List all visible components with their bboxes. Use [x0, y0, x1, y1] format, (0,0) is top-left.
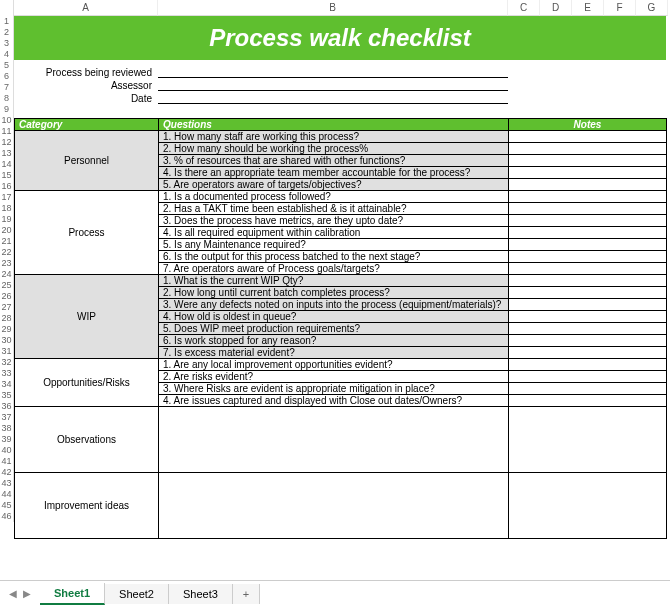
- meta-date-input[interactable]: [158, 93, 508, 104]
- nav-next-icon[interactable]: ▶: [20, 587, 34, 601]
- row-header-46[interactable]: 46: [0, 511, 14, 522]
- row-header-45[interactable]: 45: [0, 500, 14, 511]
- row-header-15[interactable]: 15: [0, 170, 14, 181]
- row-header-22[interactable]: 22: [0, 247, 14, 258]
- row-header-11[interactable]: 11: [0, 126, 14, 137]
- question-cell[interactable]: 4. How old is oldest in queue?: [159, 311, 509, 323]
- notes-cell[interactable]: [509, 263, 667, 275]
- question-cell[interactable]: 3. Were any defects noted on inputs into…: [159, 299, 509, 311]
- row-header-13[interactable]: 13: [0, 148, 14, 159]
- col-header-A[interactable]: A: [14, 0, 158, 16]
- notes-cell[interactable]: [509, 395, 667, 407]
- question-cell[interactable]: 3. % of resources that are shared with o…: [159, 155, 509, 167]
- notes-cell[interactable]: [509, 407, 667, 473]
- row-header-19[interactable]: 19: [0, 214, 14, 225]
- row-header-8[interactable]: 8: [0, 93, 14, 104]
- row-header-26[interactable]: 26: [0, 291, 14, 302]
- tab-sheet3[interactable]: Sheet3: [169, 584, 233, 604]
- question-cell[interactable]: 5. Is any Maintenance required?: [159, 239, 509, 251]
- col-header-B[interactable]: B: [158, 0, 508, 16]
- notes-cell[interactable]: [509, 215, 667, 227]
- question-cell[interactable]: [159, 407, 509, 473]
- row-header-17[interactable]: 17: [0, 192, 14, 203]
- question-cell[interactable]: 2. How long until current batch complete…: [159, 287, 509, 299]
- row-header-39[interactable]: 39: [0, 434, 14, 445]
- row-header-29[interactable]: 29: [0, 324, 14, 335]
- row-header-10[interactable]: 10: [0, 115, 14, 126]
- row-header-5[interactable]: 5: [0, 60, 14, 71]
- question-cell[interactable]: 1. Is a documented process followed?: [159, 191, 509, 203]
- notes-cell[interactable]: [509, 143, 667, 155]
- question-cell[interactable]: [159, 473, 509, 539]
- question-cell[interactable]: 1. Are any local improvement opportuniti…: [159, 359, 509, 371]
- row-header-40[interactable]: 40: [0, 445, 14, 456]
- row-header-6[interactable]: 6: [0, 71, 14, 82]
- question-cell[interactable]: 5. Are operators aware of targets/object…: [159, 179, 509, 191]
- row-header-41[interactable]: 41: [0, 456, 14, 467]
- question-cell[interactable]: 2. Has a TAKT time been established & is…: [159, 203, 509, 215]
- notes-cell[interactable]: [509, 131, 667, 143]
- notes-cell[interactable]: [509, 473, 667, 539]
- meta-assessor-input[interactable]: [158, 80, 508, 91]
- col-header-F[interactable]: F: [604, 0, 636, 16]
- row-header-20[interactable]: 20: [0, 225, 14, 236]
- row-header-24[interactable]: 24: [0, 269, 14, 280]
- row-header-27[interactable]: 27: [0, 302, 14, 313]
- notes-cell[interactable]: [509, 155, 667, 167]
- notes-cell[interactable]: [509, 251, 667, 263]
- question-cell[interactable]: 7. Is excess material evident?: [159, 347, 509, 359]
- col-header-D[interactable]: D: [540, 0, 572, 16]
- meta-process-input[interactable]: [158, 67, 508, 78]
- question-cell[interactable]: 4. Are issues captured and displayed wit…: [159, 395, 509, 407]
- row-header-34[interactable]: 34: [0, 379, 14, 390]
- row-header-1[interactable]: 1: [0, 16, 14, 27]
- question-cell[interactable]: 1. How many staff are working this proce…: [159, 131, 509, 143]
- notes-cell[interactable]: [509, 203, 667, 215]
- notes-cell[interactable]: [509, 311, 667, 323]
- question-cell[interactable]: 5. Does WIP meet production requirements…: [159, 323, 509, 335]
- row-header-37[interactable]: 37: [0, 412, 14, 423]
- row-header-7[interactable]: 7: [0, 82, 14, 93]
- row-header-38[interactable]: 38: [0, 423, 14, 434]
- row-header-30[interactable]: 30: [0, 335, 14, 346]
- col-header-G[interactable]: G: [636, 0, 668, 16]
- notes-cell[interactable]: [509, 323, 667, 335]
- notes-cell[interactable]: [509, 179, 667, 191]
- question-cell[interactable]: 6. Is the output for this process batche…: [159, 251, 509, 263]
- question-cell[interactable]: 4. Is all required equipment within cali…: [159, 227, 509, 239]
- question-cell[interactable]: 4. Is there an appropriate team member a…: [159, 167, 509, 179]
- row-header-21[interactable]: 21: [0, 236, 14, 247]
- row-header-43[interactable]: 43: [0, 478, 14, 489]
- notes-cell[interactable]: [509, 347, 667, 359]
- notes-cell[interactable]: [509, 371, 667, 383]
- row-header-35[interactable]: 35: [0, 390, 14, 401]
- notes-cell[interactable]: [509, 239, 667, 251]
- row-header-3[interactable]: 3: [0, 38, 14, 49]
- notes-cell[interactable]: [509, 275, 667, 287]
- nav-prev-icon[interactable]: ◀: [6, 587, 20, 601]
- row-header-36[interactable]: 36: [0, 401, 14, 412]
- row-header-18[interactable]: 18: [0, 203, 14, 214]
- row-header-9[interactable]: 9: [0, 104, 14, 115]
- notes-cell[interactable]: [509, 167, 667, 179]
- row-header-25[interactable]: 25: [0, 280, 14, 291]
- row-header-14[interactable]: 14: [0, 159, 14, 170]
- notes-cell[interactable]: [509, 287, 667, 299]
- question-cell[interactable]: 2. How many should be working the proces…: [159, 143, 509, 155]
- row-header-2[interactable]: 2: [0, 27, 14, 38]
- notes-cell[interactable]: [509, 299, 667, 311]
- tab-sheet1[interactable]: Sheet1: [40, 583, 105, 605]
- question-cell[interactable]: 7. Are operators aware of Process goals/…: [159, 263, 509, 275]
- row-header-28[interactable]: 28: [0, 313, 14, 324]
- notes-cell[interactable]: [509, 227, 667, 239]
- col-header-E[interactable]: E: [572, 0, 604, 16]
- tab-add-icon[interactable]: +: [233, 584, 260, 604]
- question-cell[interactable]: 3. Does the process have metrics, are th…: [159, 215, 509, 227]
- row-header-33[interactable]: 33: [0, 368, 14, 379]
- question-cell[interactable]: 3. Where Risks are evident is appropriat…: [159, 383, 509, 395]
- notes-cell[interactable]: [509, 383, 667, 395]
- tab-sheet2[interactable]: Sheet2: [105, 584, 169, 604]
- row-header-44[interactable]: 44: [0, 489, 14, 500]
- row-header-32[interactable]: 32: [0, 357, 14, 368]
- notes-cell[interactable]: [509, 191, 667, 203]
